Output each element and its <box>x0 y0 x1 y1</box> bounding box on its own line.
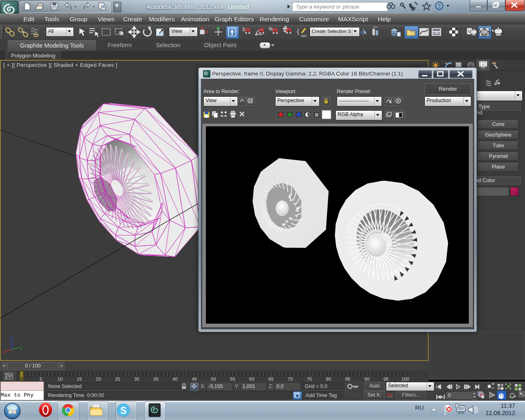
svg-text:x: x <box>3 349 5 354</box>
svg-text:30: 30 <box>134 377 139 381</box>
svg-text:25: 25 <box>115 377 120 381</box>
svg-text:20: 20 <box>96 377 101 381</box>
svg-text:60: 60 <box>249 377 255 381</box>
svg-text:?: ? <box>438 3 441 9</box>
svg-text:5: 5 <box>40 377 42 381</box>
svg-text:85: 85 <box>345 377 350 381</box>
svg-text:40: 40 <box>173 377 178 381</box>
svg-text:90: 90 <box>364 377 370 381</box>
svg-text:65: 65 <box>268 377 274 381</box>
svg-text:10: 10 <box>57 377 63 381</box>
svg-text:15: 15 <box>77 377 82 381</box>
svg-text:70: 70 <box>288 377 293 381</box>
svg-text:S: S <box>120 405 126 416</box>
svg-text:95: 95 <box>383 377 389 381</box>
svg-text:35: 35 <box>153 377 159 381</box>
svg-text:75: 75 <box>307 377 312 381</box>
svg-text:45: 45 <box>192 377 197 381</box>
svg-text:0: 0 <box>20 377 23 381</box>
svg-text:y: y <box>20 346 23 351</box>
svg-text:100: 100 <box>401 377 409 381</box>
svg-text:50: 50 <box>211 377 216 381</box>
svg-text:80: 80 <box>326 377 331 381</box>
svg-text:z: z <box>10 335 13 340</box>
svg-text:55: 55 <box>230 377 235 381</box>
